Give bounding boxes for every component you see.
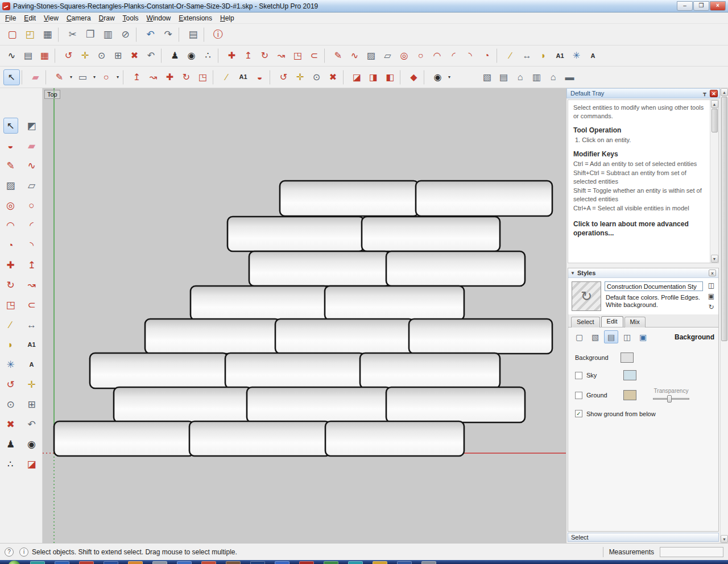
section-plane-button[interactable]: ◪ xyxy=(349,69,365,85)
style-browser-icon[interactable]: ▣ xyxy=(708,293,714,300)
model-viewport[interactable]: Top xyxy=(43,88,566,543)
component-box-button[interactable]: ▧ xyxy=(479,69,495,85)
taskbar-app-icon[interactable] xyxy=(421,561,436,564)
transparency-slider[interactable] xyxy=(653,395,689,403)
position-camera-tool[interactable]: ♟ xyxy=(3,436,18,452)
position-camera-button[interactable]: ♟ xyxy=(167,48,183,64)
paving-stone[interactable] xyxy=(325,286,464,320)
taskbar-app-icon[interactable] xyxy=(348,561,363,564)
look-around-tool[interactable]: ◉ xyxy=(24,436,39,452)
rectangle-tool[interactable]: ▨ xyxy=(3,177,18,193)
paint-bucket-tool[interactable]: ◒ xyxy=(3,138,18,154)
two-point-arc-tool[interactable]: ◜ xyxy=(24,217,39,233)
two-point-arc-button[interactable]: ◜ xyxy=(445,48,462,64)
minimize-button[interactable]: – xyxy=(677,1,693,11)
zoom-button[interactable]: ⊙ xyxy=(308,69,325,85)
tray-scroll-down-icon[interactable]: ▼ xyxy=(721,535,728,543)
sky-checkbox[interactable] xyxy=(575,372,582,379)
protractor-tool[interactable]: ◗ xyxy=(3,337,18,353)
menu-item[interactable]: Help xyxy=(216,13,238,23)
component-house-button[interactable]: ⌂ xyxy=(512,69,528,85)
zoom-previous-tool[interactable]: ↶ xyxy=(24,416,39,432)
select-panel-header[interactable]: Select xyxy=(568,533,719,542)
zoom-window-button[interactable]: ⊞ xyxy=(110,48,126,64)
taskbar-app-icon[interactable] xyxy=(30,561,45,564)
component-printer-button[interactable]: ▥ xyxy=(528,69,545,85)
update-style-icon[interactable]: ↻ xyxy=(708,304,714,310)
sign-in-dropdown[interactable]: ▾ xyxy=(446,69,453,85)
line-tool[interactable]: ✎ xyxy=(3,157,18,173)
paving-stone[interactable] xyxy=(409,319,552,354)
tab-select[interactable]: Select xyxy=(571,317,600,327)
move-button[interactable]: ✚ xyxy=(162,69,178,85)
rotate-button[interactable]: ↻ xyxy=(178,69,195,85)
watermark-settings-icon[interactable]: ◫ xyxy=(620,330,634,343)
advanced-operations-link[interactable]: Click to learn about more advanced opera… xyxy=(573,219,709,238)
circle-button[interactable]: ○ xyxy=(98,69,114,85)
show-ground-checkbox[interactable]: ✓ xyxy=(575,410,582,417)
follow-me-button[interactable]: ↝ xyxy=(273,48,289,64)
walk-tool[interactable]: ∴ xyxy=(3,456,18,472)
orbit-button[interactable]: ↺ xyxy=(275,69,292,85)
maximize-button[interactable]: ❐ xyxy=(693,1,709,11)
push-pull-button[interactable]: ↥ xyxy=(129,69,145,85)
tray-pin-icon[interactable]: ┳ xyxy=(701,90,709,97)
undo-button[interactable]: ↶ xyxy=(142,26,159,43)
tray-scroll-up-icon[interactable]: ▲ xyxy=(721,88,728,96)
zoom-button[interactable]: ⊙ xyxy=(93,48,110,64)
start-button-icon[interactable] xyxy=(8,561,20,564)
follow-me-button[interactable]: ↝ xyxy=(145,69,162,85)
move-tool[interactable]: ✚ xyxy=(3,257,18,273)
eraser-button[interactable]: ▰ xyxy=(27,69,44,85)
rotated-rectangle-button[interactable]: ▱ xyxy=(379,48,396,64)
component-bed-button[interactable]: ▬ xyxy=(561,69,578,85)
close-button[interactable]: × xyxy=(710,1,726,11)
rotated-rectangle-tool[interactable]: ▱ xyxy=(24,177,39,193)
make-component-tool[interactable]: ◩ xyxy=(24,118,39,134)
style-thumbnail[interactable]: ↻ xyxy=(572,281,601,311)
line-dropdown[interactable]: ▾ xyxy=(68,69,75,85)
circle-button[interactable]: ◎ xyxy=(396,48,412,64)
windows-taskbar[interactable] xyxy=(0,560,728,564)
taskbar-app-icon[interactable] xyxy=(226,561,241,564)
menu-item[interactable]: Extensions xyxy=(175,13,216,23)
erase-button[interactable]: ⊘ xyxy=(117,26,134,43)
rectangle-button[interactable]: ▨ xyxy=(363,48,379,64)
pan-button[interactable]: ✛ xyxy=(77,48,93,64)
paste-button[interactable]: ▥ xyxy=(99,26,117,43)
paving-stone[interactable] xyxy=(249,251,390,286)
collapse-icon[interactable]: ▼ xyxy=(570,271,575,276)
scale-button[interactable]: ◳ xyxy=(195,69,211,85)
menu-item[interactable]: File xyxy=(1,13,20,23)
taskbar-app-icon[interactable] xyxy=(275,561,289,564)
polygon-button[interactable]: ○ xyxy=(412,48,429,64)
face-settings-icon[interactable]: ▧ xyxy=(588,330,602,343)
open-button[interactable]: ◰ xyxy=(21,26,39,43)
instructor-scrollbar[interactable]: ▲ ▼ xyxy=(710,100,718,263)
tray-close-button[interactable]: ✕ xyxy=(710,90,718,97)
taskbar-app-icon[interactable] xyxy=(397,561,412,564)
style-description-field[interactable]: Default face colors. Profile Edges. Whit… xyxy=(605,293,703,309)
rotate-button[interactable]: ↻ xyxy=(257,48,273,64)
text-button[interactable]: A1 xyxy=(235,69,251,85)
eraser-tool[interactable]: ▰ xyxy=(24,138,39,154)
push-pull-tool[interactable]: ↥ xyxy=(24,257,39,273)
menu-item[interactable]: Camera xyxy=(63,13,95,23)
component-home-button[interactable]: ⌂ xyxy=(545,69,561,85)
3d-text-tool[interactable]: A xyxy=(24,356,39,372)
axes-tool[interactable]: ✳ xyxy=(3,356,18,372)
text-button[interactable]: A1 xyxy=(552,48,568,64)
taskbar-app-icon[interactable] xyxy=(152,561,167,564)
section-plane-tool[interactable]: ◪ xyxy=(24,456,39,472)
paving-stone[interactable] xyxy=(325,421,464,456)
styles-close-button[interactable]: x xyxy=(709,269,716,276)
scroll-up-icon[interactable]: ▲ xyxy=(711,100,718,108)
taskbar-app-icon[interactable] xyxy=(250,561,265,564)
modeling-settings-icon[interactable]: ▣ xyxy=(636,330,650,343)
ground-checkbox[interactable] xyxy=(575,392,582,399)
rotate-tool[interactable]: ↻ xyxy=(3,277,18,293)
tray-scrollbar[interactable]: ▲ ▼ xyxy=(720,88,728,543)
orbit-tool[interactable]: ↺ xyxy=(3,376,18,392)
default-tray-button[interactable]: ▦ xyxy=(36,48,53,64)
offset-button[interactable]: ⊂ xyxy=(306,48,322,64)
